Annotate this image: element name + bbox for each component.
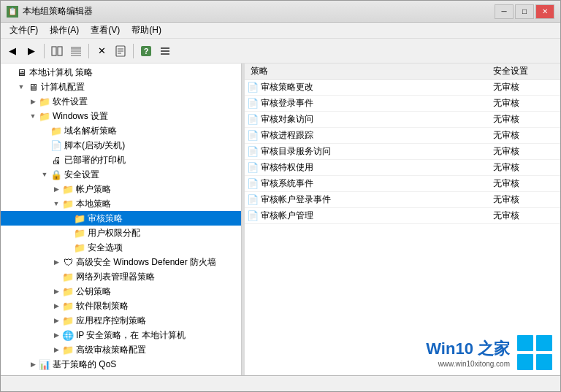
node-label-8: 帐户策略	[76, 183, 111, 196]
right-row-1[interactable]: 📄 审核登录事件 无审核	[245, 96, 560, 112]
node-label-1: 计算机配置	[41, 81, 85, 93]
tree-node-advanced-audit[interactable]: ▶ 📁 高级审核策略配置	[1, 342, 241, 357]
node-label-2: 软件设置	[53, 96, 88, 108]
maximize-button[interactable]: □	[515, 4, 534, 19]
node-icon-1: 🖥	[27, 82, 39, 93]
expand-icon-7[interactable]: ▼	[39, 171, 50, 178]
tree-node-root[interactable]: 🖥 本地计算机 策略	[1, 65, 241, 80]
expand-icon-3[interactable]: ▼	[27, 112, 39, 120]
node-label-13: 高级安全 Windows Defender 防火墙	[76, 256, 216, 269]
window-title: 本地组策略编辑器	[23, 5, 93, 18]
row-value-2: 无审核	[487, 113, 560, 126]
right-row-8[interactable]: 📄 审核帐户管理 无审核	[245, 208, 560, 224]
minimize-button[interactable]: ─	[495, 4, 514, 19]
tree-node-applocker[interactable]: ▶ 📁 应用程序控制策略	[1, 313, 241, 328]
expand-icon-15[interactable]: ▶	[50, 288, 62, 295]
expand-icon-18[interactable]: ▶	[50, 331, 62, 339]
row-value-4: 无审核	[487, 145, 560, 158]
col-setting-header: 安全设置	[487, 65, 560, 77]
right-row-6[interactable]: 📄 审核系统事件 无审核	[245, 176, 560, 192]
back-button[interactable]: ◀	[4, 42, 21, 60]
tree-node-software-restrict[interactable]: ▶ 📁 软件限制策略	[1, 299, 241, 313]
title-bar-left: 📋 本地组策略编辑器	[7, 5, 93, 18]
tree-node-user-rights[interactable]: 📁 用户权限分配	[1, 226, 241, 240]
tree-node-ipsec[interactable]: ▶ 🌐 IP 安全策略，在 本地计算机	[1, 328, 241, 342]
tree-node-scripts[interactable]: 📄 脚本(启动/关机)	[1, 138, 241, 153]
tree-pane: 🖥 本地计算机 策略 ▼ 🖥 计算机配置 ▶ 📁 软件设置 ▼	[1, 64, 242, 375]
delete-button[interactable]: ✕	[93, 42, 110, 60]
right-row-2[interactable]: 📄 审核对象访问 无审核	[245, 112, 560, 128]
tree-node-computer-config[interactable]: ▼ 🖥 计算机配置	[1, 80, 241, 94]
node-label-4: 域名解析策略	[64, 125, 117, 137]
show-hide-button[interactable]	[48, 42, 66, 60]
expand-icon-8[interactable]: ▶	[50, 185, 62, 193]
menu-view[interactable]: 查看(V)	[85, 23, 126, 38]
tree-node-qos[interactable]: ▶ 📊 基于策略的 QoS	[1, 357, 241, 372]
close-button[interactable]: ✕	[535, 4, 554, 19]
menu-help[interactable]: 帮助(H)	[126, 23, 167, 38]
tree-node-software[interactable]: ▶ 📁 软件设置	[1, 94, 241, 109]
tree-node-network-list[interactable]: 📁 网络列表管理器策略	[1, 269, 241, 284]
right-row-5[interactable]: 📄 审核特权使用 无审核	[245, 160, 560, 176]
node-label-18: IP 安全策略，在 本地计算机	[76, 329, 186, 342]
row-icon-2: 📄	[245, 114, 261, 125]
node-label-20: 基于策略的 QoS	[53, 358, 116, 371]
svg-rect-13	[161, 50, 169, 52]
node-icon-19: 📁	[62, 345, 74, 356]
row-name-1: 审核登录事件	[261, 97, 487, 109]
right-row-3[interactable]: 📄 审核进程跟踪 无审核	[245, 128, 560, 144]
right-row-4[interactable]: 📄 审核目录服务访问 无审核	[245, 144, 560, 160]
expand-icon-20[interactable]: ▶	[27, 361, 39, 368]
node-label-3: Windows 设置	[53, 110, 108, 123]
svg-rect-4	[71, 53, 81, 54]
properties-button[interactable]	[112, 42, 129, 60]
right-row-0[interactable]: 📄 审核策略更改 无审核	[245, 80, 560, 96]
expand-icon-2[interactable]: ▶	[27, 98, 39, 105]
menu-file[interactable]: 文件(F)	[4, 23, 44, 38]
tree-node-security-options[interactable]: 📁 安全选项	[1, 240, 241, 255]
tree-node-printers[interactable]: 🖨 已部署的打印机	[1, 153, 241, 167]
node-label-16: 软件限制策略	[76, 300, 129, 312]
svg-text:?: ?	[144, 47, 149, 55]
tree-node-dns[interactable]: 📁 域名解析策略	[1, 123, 241, 138]
node-label-6: 已部署的打印机	[64, 154, 126, 166]
node-icon-4: 📁	[50, 126, 62, 137]
window-controls: ─ □ ✕	[495, 4, 554, 19]
tree-node-pubkey[interactable]: ▶ 📁 公钥策略	[1, 284, 241, 299]
tree-node-security-settings[interactable]: ▼ 🔒 安全设置	[1, 167, 241, 182]
node-label-14: 网络列表管理器策略	[76, 271, 155, 283]
expand-icon-17[interactable]: ▶	[50, 317, 62, 324]
properties-icon	[115, 45, 126, 57]
menu-action[interactable]: 操作(A)	[44, 23, 85, 38]
row-name-0: 审核策略更改	[261, 81, 487, 93]
node-label-7: 安全设置	[64, 169, 99, 181]
expand-icon-9[interactable]: ▼	[50, 200, 62, 207]
expand-icon-13[interactable]: ▶	[50, 258, 62, 266]
tree-node-audit-policy[interactable]: 📁 审核策略	[1, 211, 241, 226]
svg-rect-14	[161, 53, 169, 55]
tree-node-account-policy[interactable]: ▶ 📁 帐户策略	[1, 182, 241, 196]
node-label-17: 应用程序控制策略	[76, 315, 146, 327]
node-label-10: 审核策略	[88, 212, 123, 225]
tree-node-windows-settings[interactable]: ▼ 📁 Windows 设置	[1, 109, 241, 123]
tree-node-firewall[interactable]: ▶ 🛡 高级安全 Windows Defender 防火墙	[1, 255, 241, 269]
extra-button[interactable]	[156, 42, 174, 60]
tree-node-local-policy[interactable]: ▼ 📁 本地策略	[1, 196, 241, 211]
svg-rect-5	[71, 55, 81, 56]
row-value-7: 无审核	[487, 193, 560, 206]
expand-icon-16[interactable]: ▶	[50, 302, 62, 310]
forward-button[interactable]: ▶	[23, 42, 40, 60]
help-button[interactable]: ?	[137, 42, 155, 60]
expand-icon-19[interactable]: ▶	[50, 346, 62, 353]
row-icon-0: 📄	[245, 82, 261, 93]
row-icon-1: 📄	[245, 98, 261, 109]
row-name-4: 审核目录服务访问	[261, 145, 487, 158]
view-button[interactable]	[67, 42, 85, 60]
expand-icon-1[interactable]: ▼	[15, 83, 27, 91]
right-row-7[interactable]: 📄 审核帐户登录事件 无审核	[245, 192, 560, 208]
row-value-5: 无审核	[487, 161, 560, 174]
title-bar: 📋 本地组策略编辑器 ─ □ ✕	[1, 1, 560, 23]
main-content: 🖥 本地计算机 策略 ▼ 🖥 计算机配置 ▶ 📁 软件设置 ▼	[1, 64, 560, 375]
node-icon-10: 📁	[74, 213, 85, 224]
row-name-2: 审核对象访问	[261, 113, 487, 126]
